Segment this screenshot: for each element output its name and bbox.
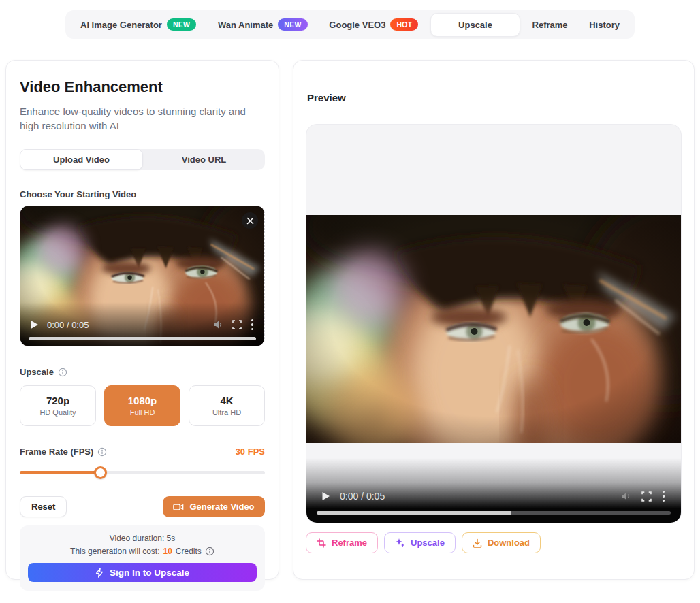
option-4k[interactable]: 4K Ultra HD bbox=[189, 385, 265, 426]
preview-progress-bar[interactable] bbox=[317, 511, 671, 515]
top-nav: AI Image Generator NEW Wan Animate NEW G… bbox=[65, 10, 635, 39]
crop-icon bbox=[317, 538, 326, 548]
fps-slider[interactable] bbox=[20, 466, 265, 478]
tab-video-url[interactable]: Video URL bbox=[143, 149, 265, 170]
option-1080p[interactable]: 1080p Full HD bbox=[104, 385, 180, 426]
generate-video-button[interactable]: Generate Video bbox=[163, 496, 265, 517]
fullscreen-icon[interactable] bbox=[232, 320, 242, 329]
tab-upload-video[interactable]: Upload Video bbox=[20, 149, 143, 170]
video-enhancement-panel: Video Enhancement Enhance low-quality vi… bbox=[5, 60, 279, 580]
preview-actions: Reframe Upscale Download bbox=[306, 532, 682, 553]
framerate-row: Frame Rate (FPS) 30 FPS bbox=[20, 446, 265, 457]
video-duration-text: Video duration: 5s bbox=[28, 534, 257, 543]
fps-value: 30 FPS bbox=[236, 446, 265, 457]
reframe-button[interactable]: Reframe bbox=[306, 532, 378, 553]
page-subtitle: Enhance low-quality videos to stunning c… bbox=[20, 104, 265, 133]
volume-muted-icon[interactable] bbox=[213, 320, 224, 329]
new-badge: NEW bbox=[167, 18, 196, 31]
nav-tab-upscale[interactable]: Upscale bbox=[430, 13, 520, 37]
framerate-label: Frame Rate (FPS) bbox=[20, 446, 93, 457]
download-button[interactable]: Download bbox=[462, 532, 541, 553]
option-720p[interactable]: 720p HD Quality bbox=[20, 385, 96, 426]
player-menu-icon[interactable] bbox=[661, 489, 667, 504]
player-progress-bar[interactable] bbox=[29, 337, 256, 340]
fps-slider-thumb[interactable] bbox=[94, 466, 107, 479]
cost-summary-box: Video duration: 5s This generation will … bbox=[20, 525, 265, 591]
nav-tab-ai-image-generator[interactable]: AI Image Generator NEW bbox=[71, 12, 206, 37]
source-video-player[interactable]: 0:00 / 0:05 bbox=[20, 206, 264, 346]
time-display: 0:00 / 0:05 bbox=[340, 491, 385, 502]
nav-tab-wan-animate[interactable]: Wan Animate NEW bbox=[208, 12, 317, 37]
new-badge: NEW bbox=[278, 18, 307, 31]
sign-in-to-upscale-button[interactable]: Sign In to Upscale bbox=[28, 563, 257, 582]
sparkles-icon bbox=[395, 538, 405, 548]
nav-tab-reframe[interactable]: Reframe bbox=[523, 14, 577, 36]
generation-cost-text: This generation will cost: 10 Credits bbox=[28, 547, 257, 556]
preview-video-frame bbox=[306, 215, 681, 443]
fps-slider-fill bbox=[20, 471, 101, 474]
nav-tab-history[interactable]: History bbox=[579, 14, 629, 36]
preview-video-player[interactable]: 0:00 / 0:05 bbox=[306, 124, 682, 523]
video-camera-icon bbox=[173, 503, 184, 511]
remove-video-button[interactable] bbox=[242, 212, 258, 229]
nav-tab-google-veo3[interactable]: Google VEO3 HOT bbox=[319, 12, 428, 37]
nav-tab-label: Upscale bbox=[458, 20, 492, 30]
info-icon[interactable] bbox=[205, 547, 214, 556]
reset-button[interactable]: Reset bbox=[20, 496, 67, 517]
player-menu-icon[interactable] bbox=[250, 318, 255, 332]
info-icon[interactable] bbox=[97, 447, 107, 457]
play-icon[interactable] bbox=[321, 491, 330, 501]
upscale-label: Upscale bbox=[20, 367, 265, 377]
volume-muted-icon[interactable] bbox=[621, 491, 632, 501]
upscale-button[interactable]: Upscale bbox=[384, 532, 456, 553]
nav-tab-label: Google VEO3 bbox=[329, 20, 385, 30]
download-icon bbox=[473, 538, 482, 548]
credit-amount: 10 bbox=[163, 547, 172, 556]
resolution-options: 720p HD Quality 1080p Full HD 4K Ultra H… bbox=[20, 385, 265, 426]
starting-video-label: Choose Your Starting Video bbox=[20, 189, 265, 199]
play-icon[interactable] bbox=[30, 320, 39, 329]
nav-tab-label: Reframe bbox=[532, 20, 568, 30]
nav-tab-label: History bbox=[589, 20, 620, 30]
nav-tab-label: Wan Animate bbox=[218, 20, 273, 30]
page-title: Video Enhancement bbox=[20, 78, 265, 96]
form-actions: Reset Generate Video bbox=[20, 496, 265, 517]
lightning-bolt-icon bbox=[95, 568, 104, 578]
time-display: 0:00 / 0:05 bbox=[47, 320, 89, 330]
hot-badge: HOT bbox=[390, 18, 418, 31]
info-icon[interactable] bbox=[58, 368, 67, 377]
nav-tab-label: AI Image Generator bbox=[80, 20, 162, 30]
preview-panel: Preview 0:00 / 0:05 bbox=[293, 60, 695, 580]
player-controls: 0:00 / 0:05 bbox=[20, 313, 264, 336]
source-tab-switcher: Upload Video Video URL bbox=[20, 149, 265, 170]
fullscreen-icon[interactable] bbox=[641, 491, 652, 502]
video-upload-box: 0:00 / 0:05 bbox=[20, 206, 265, 346]
preview-player-controls: 0:00 / 0:05 bbox=[311, 485, 677, 508]
preview-title: Preview bbox=[307, 92, 680, 103]
close-icon bbox=[246, 217, 254, 225]
